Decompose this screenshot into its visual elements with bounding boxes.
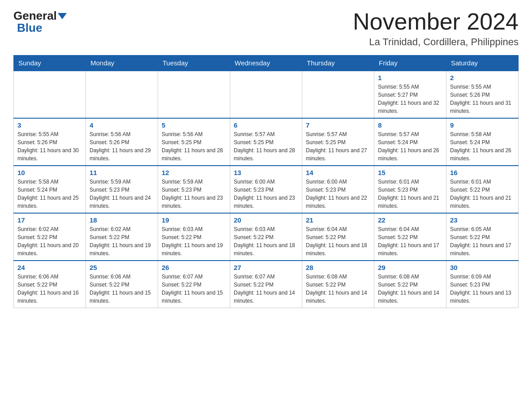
logo-blue-text: Blue	[15, 21, 42, 35]
day-number: 16	[450, 169, 515, 176]
day-info: Sunrise: 5:57 AM Sunset: 5:24 PM Dayligh…	[378, 130, 442, 163]
day-number: 25	[90, 264, 154, 271]
calendar-cell: 27Sunrise: 6:07 AM Sunset: 5:22 PM Dayli…	[230, 261, 302, 308]
calendar-week-row-1: 3Sunrise: 5:55 AM Sunset: 5:26 PM Daylig…	[14, 118, 519, 166]
day-info: Sunrise: 5:59 AM Sunset: 5:23 PM Dayligh…	[162, 178, 226, 210]
calendar-cell: 25Sunrise: 6:06 AM Sunset: 5:22 PM Dayli…	[86, 261, 158, 308]
day-number: 28	[306, 264, 370, 271]
day-info: Sunrise: 6:03 AM Sunset: 5:22 PM Dayligh…	[234, 225, 298, 257]
header-friday: Friday	[374, 56, 446, 71]
day-info: Sunrise: 5:59 AM Sunset: 5:23 PM Dayligh…	[90, 178, 154, 210]
day-info: Sunrise: 6:02 AM Sunset: 5:22 PM Dayligh…	[17, 225, 82, 257]
day-number: 13	[234, 169, 298, 176]
header-tuesday: Tuesday	[158, 56, 230, 71]
day-number: 1	[378, 74, 442, 81]
calendar-cell: 7Sunrise: 5:57 AM Sunset: 5:25 PM Daylig…	[302, 118, 374, 166]
calendar-cell: 15Sunrise: 6:01 AM Sunset: 5:23 PM Dayli…	[374, 166, 446, 213]
calendar-cell: 18Sunrise: 6:02 AM Sunset: 5:22 PM Dayli…	[86, 213, 158, 261]
day-number: 17	[17, 216, 82, 224]
calendar-week-row-2: 10Sunrise: 5:58 AM Sunset: 5:24 PM Dayli…	[14, 166, 519, 213]
day-number: 8	[378, 121, 442, 129]
day-number: 20	[234, 216, 298, 224]
calendar-cell: 24Sunrise: 6:06 AM Sunset: 5:22 PM Dayli…	[14, 261, 86, 308]
calendar-cell: 29Sunrise: 6:08 AM Sunset: 5:22 PM Dayli…	[374, 261, 446, 308]
calendar-cell	[158, 71, 230, 118]
calendar-cell: 6Sunrise: 5:57 AM Sunset: 5:25 PM Daylig…	[230, 118, 302, 166]
day-number: 2	[450, 74, 515, 81]
day-info: Sunrise: 6:00 AM Sunset: 5:23 PM Dayligh…	[306, 178, 370, 210]
day-number: 6	[234, 121, 298, 129]
day-info: Sunrise: 5:55 AM Sunset: 5:26 PM Dayligh…	[450, 83, 515, 115]
header-monday: Monday	[86, 56, 158, 71]
day-info: Sunrise: 6:01 AM Sunset: 5:22 PM Dayligh…	[450, 178, 515, 210]
day-info: Sunrise: 6:04 AM Sunset: 5:22 PM Dayligh…	[306, 225, 370, 257]
day-number: 4	[90, 121, 154, 129]
title-block: November 2024 La Trinidad, Cordillera, P…	[353, 9, 519, 48]
calendar-cell: 26Sunrise: 6:07 AM Sunset: 5:22 PM Dayli…	[158, 261, 230, 308]
calendar-cell: 9Sunrise: 5:58 AM Sunset: 5:24 PM Daylig…	[446, 118, 519, 166]
day-info: Sunrise: 5:57 AM Sunset: 5:25 PM Dayligh…	[234, 130, 298, 163]
day-info: Sunrise: 5:57 AM Sunset: 5:25 PM Dayligh…	[306, 130, 370, 163]
calendar-cell: 20Sunrise: 6:03 AM Sunset: 5:22 PM Dayli…	[230, 213, 302, 261]
calendar-cell	[302, 71, 374, 118]
calendar-cell: 1Sunrise: 5:55 AM Sunset: 5:27 PM Daylig…	[374, 71, 446, 118]
header-saturday: Saturday	[446, 56, 519, 71]
day-info: Sunrise: 6:00 AM Sunset: 5:23 PM Dayligh…	[234, 178, 298, 210]
page-header: General Blue November 2024 La Trinidad, …	[13, 9, 519, 48]
day-number: 3	[17, 121, 82, 129]
day-number: 22	[378, 216, 442, 224]
calendar-cell: 12Sunrise: 5:59 AM Sunset: 5:23 PM Dayli…	[158, 166, 230, 213]
day-number: 11	[90, 169, 154, 176]
calendar-cell: 22Sunrise: 6:04 AM Sunset: 5:22 PM Dayli…	[374, 213, 446, 261]
day-number: 7	[306, 121, 370, 129]
calendar-cell: 10Sunrise: 5:58 AM Sunset: 5:24 PM Dayli…	[14, 166, 86, 213]
calendar-week-row-3: 17Sunrise: 6:02 AM Sunset: 5:22 PM Dayli…	[14, 213, 519, 261]
calendar-cell: 5Sunrise: 5:56 AM Sunset: 5:25 PM Daylig…	[158, 118, 230, 166]
day-info: Sunrise: 5:55 AM Sunset: 5:27 PM Dayligh…	[378, 83, 442, 115]
day-number: 24	[17, 264, 82, 271]
calendar-week-row-4: 24Sunrise: 6:06 AM Sunset: 5:22 PM Dayli…	[14, 261, 519, 308]
day-number: 30	[450, 264, 515, 271]
calendar-cell	[230, 71, 302, 118]
calendar-cell: 14Sunrise: 6:00 AM Sunset: 5:23 PM Dayli…	[302, 166, 374, 213]
header-wednesday: Wednesday	[230, 56, 302, 71]
day-info: Sunrise: 5:56 AM Sunset: 5:26 PM Dayligh…	[90, 130, 154, 163]
calendar-cell: 2Sunrise: 5:55 AM Sunset: 5:26 PM Daylig…	[446, 71, 519, 118]
day-number: 9	[450, 121, 515, 129]
day-info: Sunrise: 6:08 AM Sunset: 5:22 PM Dayligh…	[378, 273, 442, 305]
day-info: Sunrise: 6:01 AM Sunset: 5:23 PM Dayligh…	[378, 178, 442, 210]
calendar-header-row: Sunday Monday Tuesday Wednesday Thursday…	[14, 56, 519, 71]
day-number: 23	[450, 216, 515, 224]
day-info: Sunrise: 6:09 AM Sunset: 5:23 PM Dayligh…	[450, 273, 515, 305]
page-subtitle: La Trinidad, Cordillera, Philippines	[353, 36, 519, 48]
logo-arrow-icon	[58, 13, 67, 19]
calendar-cell: 13Sunrise: 6:00 AM Sunset: 5:23 PM Dayli…	[230, 166, 302, 213]
page-title: November 2024	[353, 9, 519, 34]
day-info: Sunrise: 5:55 AM Sunset: 5:26 PM Dayligh…	[17, 130, 82, 163]
day-number: 21	[306, 216, 370, 224]
day-number: 19	[162, 216, 226, 224]
day-info: Sunrise: 6:08 AM Sunset: 5:22 PM Dayligh…	[306, 273, 370, 305]
day-info: Sunrise: 6:06 AM Sunset: 5:22 PM Dayligh…	[17, 273, 82, 305]
calendar-cell: 30Sunrise: 6:09 AM Sunset: 5:23 PM Dayli…	[446, 261, 519, 308]
calendar-table: Sunday Monday Tuesday Wednesday Thursday…	[13, 55, 519, 308]
day-info: Sunrise: 6:07 AM Sunset: 5:22 PM Dayligh…	[234, 273, 298, 305]
logo: General Blue	[13, 9, 68, 35]
day-number: 10	[17, 169, 82, 176]
day-info: Sunrise: 6:02 AM Sunset: 5:22 PM Dayligh…	[90, 225, 154, 257]
day-info: Sunrise: 6:06 AM Sunset: 5:22 PM Dayligh…	[90, 273, 154, 305]
day-info: Sunrise: 5:58 AM Sunset: 5:24 PM Dayligh…	[17, 178, 82, 210]
calendar-cell: 3Sunrise: 5:55 AM Sunset: 5:26 PM Daylig…	[14, 118, 86, 166]
header-sunday: Sunday	[14, 56, 86, 71]
calendar-cell	[14, 71, 86, 118]
calendar-cell: 19Sunrise: 6:03 AM Sunset: 5:22 PM Dayli…	[158, 213, 230, 261]
day-info: Sunrise: 6:04 AM Sunset: 5:22 PM Dayligh…	[378, 225, 442, 257]
day-number: 27	[234, 264, 298, 271]
day-info: Sunrise: 6:05 AM Sunset: 5:22 PM Dayligh…	[450, 225, 515, 257]
day-number: 14	[306, 169, 370, 176]
calendar-cell: 8Sunrise: 5:57 AM Sunset: 5:24 PM Daylig…	[374, 118, 446, 166]
day-number: 5	[162, 121, 226, 129]
calendar-cell: 23Sunrise: 6:05 AM Sunset: 5:22 PM Dayli…	[446, 213, 519, 261]
day-number: 15	[378, 169, 442, 176]
day-info: Sunrise: 5:56 AM Sunset: 5:25 PM Dayligh…	[162, 130, 226, 163]
